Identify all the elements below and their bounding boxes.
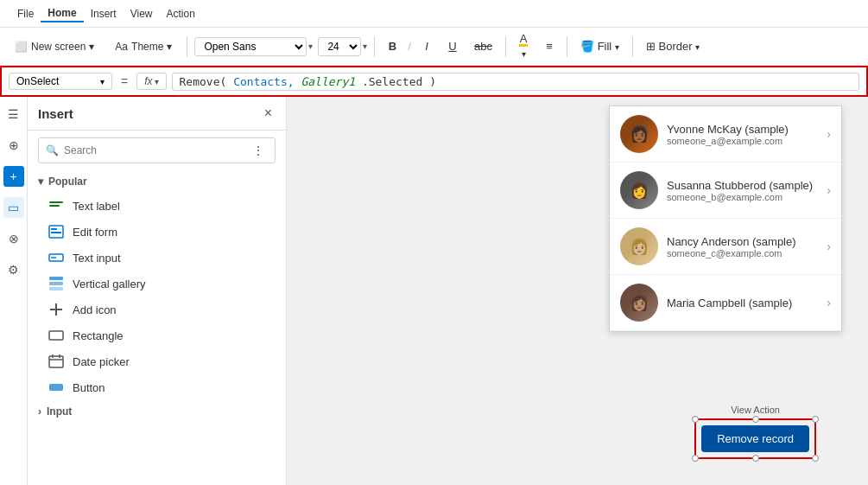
chevron-right-icon-2: › xyxy=(827,239,831,253)
property-selector[interactable]: OnSelect ▾ xyxy=(9,73,112,90)
remove-record-button[interactable]: View Action Remove record xyxy=(701,425,809,452)
rectangle-icon xyxy=(48,328,64,343)
menu-insert[interactable]: Insert xyxy=(84,6,124,22)
settings-icon[interactable]: ⚙ xyxy=(3,259,24,280)
menu-home[interactable]: Home xyxy=(41,5,83,22)
gallery-item-2[interactable]: 👩🏼 Nancy Anderson (sample) someone_c@exa… xyxy=(610,219,841,275)
text-label-icon xyxy=(48,198,64,214)
avatar-1: 👩 xyxy=(620,171,658,209)
canvas-area[interactable]: 👩🏾 Yvonne McKay (sample) someone_a@examp… xyxy=(287,97,868,485)
dropdown-icon: ▾ xyxy=(89,41,94,53)
align-button[interactable]: ≡ xyxy=(539,37,560,55)
gallery-info-1: Susanna Stubberod (sample) someone_b@exa… xyxy=(667,179,818,202)
border-button[interactable]: ⊞ Border ▾ xyxy=(640,37,706,55)
gallery-widget: 👩🏾 Yvonne McKay (sample) someone_a@examp… xyxy=(609,105,842,332)
gallery-email-1: someone_b@example.com xyxy=(667,192,818,202)
formula-close: ) xyxy=(429,75,436,88)
separator3 xyxy=(505,36,506,57)
font-dropdown-icon: ▾ xyxy=(308,41,313,51)
formula-remove: Remove( xyxy=(180,75,227,88)
handle-bm[interactable] xyxy=(752,455,759,462)
svg-rect-0 xyxy=(49,201,63,203)
svg-rect-9 xyxy=(49,287,63,290)
add-icon-icon xyxy=(48,302,64,317)
main-layout: ☰ ⊕ + ▭ ⊗ ⚙ Insert × 🔍 ⋮ ▾ Popular xyxy=(0,97,868,485)
formula-input[interactable]: Remove( Contacts, Gallery1 .Selected ) xyxy=(172,73,859,91)
theme-button[interactable]: Aа Theme ▾ xyxy=(107,37,180,56)
fx-button[interactable]: fx ▾ xyxy=(136,73,166,90)
font-selector[interactable]: Open Sans xyxy=(194,37,307,56)
strikethrough-button[interactable]: abc xyxy=(468,37,498,55)
avatar-3: 👩🏽 xyxy=(620,284,658,322)
input-section-header[interactable]: › Input xyxy=(28,400,286,423)
chevron-down-icon: ▾ xyxy=(38,175,43,188)
separator2 xyxy=(374,36,375,57)
date-picker-icon xyxy=(48,354,64,369)
handle-tm[interactable] xyxy=(752,416,759,423)
layers-icon[interactable]: ⊕ xyxy=(3,135,24,156)
insert-header: Insert × xyxy=(28,97,286,131)
insert-item-date-picker[interactable]: Date picker xyxy=(28,348,286,374)
new-screen-button[interactable]: ⬜ New screen ▾ xyxy=(7,37,102,56)
add-button[interactable]: + xyxy=(3,166,24,187)
dropdown-icon: ▾ xyxy=(155,77,159,86)
menu-file[interactable]: File xyxy=(10,6,41,22)
italic-button[interactable]: I xyxy=(416,37,437,55)
underline-button[interactable]: U xyxy=(442,37,463,55)
hamburger-icon[interactable]: ☰ xyxy=(3,104,24,124)
font-size-selector[interactable]: 24 xyxy=(318,37,361,56)
dropdown-icon: ▾ xyxy=(522,49,526,59)
view-action-label: View Action xyxy=(731,405,780,415)
svg-rect-13 xyxy=(49,356,63,367)
font-color-button[interactable]: A ▾ xyxy=(513,30,534,62)
insert-title: Insert xyxy=(38,106,73,121)
svg-rect-3 xyxy=(51,228,57,230)
avatar-0: 👩🏾 xyxy=(620,115,658,153)
gallery-email-0: someone_a@example.com xyxy=(667,136,818,146)
search-input[interactable] xyxy=(64,144,244,156)
fill-button[interactable]: 🪣 Fill ▾ xyxy=(574,37,625,55)
handle-tr[interactable] xyxy=(812,416,819,423)
search-icon: 🔍 xyxy=(46,144,59,156)
insert-item-rectangle[interactable]: Rectangle xyxy=(28,322,286,348)
gallery-info-2: Nancy Anderson (sample) someone_c@exampl… xyxy=(667,235,818,258)
dropdown-icon: ▾ xyxy=(695,42,700,52)
close-button[interactable]: × xyxy=(261,104,276,123)
svg-rect-7 xyxy=(49,277,63,280)
handle-br[interactable] xyxy=(812,455,819,462)
insert-item-text-label[interactable]: Text label xyxy=(28,193,286,219)
insert-item-edit-form[interactable]: Edit form xyxy=(28,219,286,245)
fill-icon: 🪣 xyxy=(580,40,594,53)
popular-section-header[interactable]: ▾ Popular xyxy=(28,170,286,193)
gallery-info-3: Maria Campbell (sample) xyxy=(667,297,818,310)
menu-view[interactable]: View xyxy=(124,6,160,22)
separator5 xyxy=(632,36,633,57)
handle-tl[interactable] xyxy=(692,416,699,423)
insert-item-button[interactable]: Button xyxy=(28,374,286,400)
more-options-icon[interactable]: ⋮ xyxy=(249,142,268,159)
search-box: 🔍 ⋮ xyxy=(38,137,276,163)
toolbar: ⬜ New screen ▾ Aа Theme ▾ Open Sans ▾ 24… xyxy=(0,28,868,66)
size-dropdown-icon: ▾ xyxy=(363,41,367,51)
insert-item-add-icon[interactable]: Add icon xyxy=(28,297,286,322)
svg-rect-12 xyxy=(49,331,63,340)
border-icon: ⊞ xyxy=(646,40,656,53)
dropdown-icon: ▾ xyxy=(100,77,105,86)
insert-item-vertical-gallery[interactable]: Vertical gallery xyxy=(28,271,286,297)
gallery-item-0[interactable]: 👩🏾 Yvonne McKay (sample) someone_a@examp… xyxy=(610,106,841,163)
menu-action[interactable]: Action xyxy=(160,6,202,22)
left-sidebar: ☰ ⊕ + ▭ ⊗ ⚙ xyxy=(0,97,28,485)
chevron-right-icon-1: › xyxy=(827,183,831,197)
gallery-item-1[interactable]: 👩 Susanna Stubberod (sample) someone_b@e… xyxy=(610,163,841,219)
formula-dotselected: .Selected xyxy=(362,75,429,88)
svg-rect-8 xyxy=(49,282,63,285)
separator4 xyxy=(567,36,567,57)
handle-bl[interactable] xyxy=(692,455,699,462)
avatar-2: 👩🏼 xyxy=(620,227,658,265)
gallery-item-3[interactable]: 👩🏽 Maria Campbell (sample) › xyxy=(610,275,841,331)
theme-icon: Aа xyxy=(115,41,128,53)
bold-button[interactable]: B xyxy=(382,37,402,55)
insert-item-text-input[interactable]: Text input xyxy=(28,245,286,271)
data-icon[interactable]: ⊗ xyxy=(3,228,24,249)
insert-icon[interactable]: ▭ xyxy=(3,197,24,218)
